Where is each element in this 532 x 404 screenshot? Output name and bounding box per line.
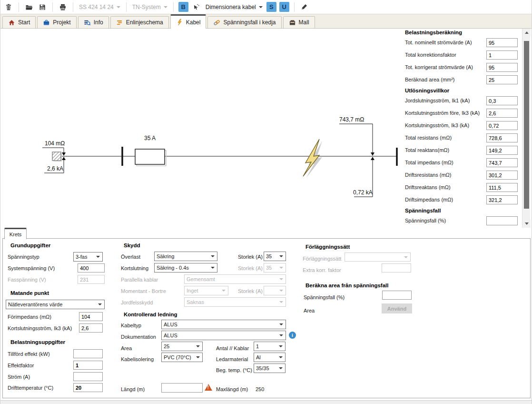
toolbar-separator bbox=[73, 2, 73, 12]
spanningsfall-procent-field[interactable] bbox=[382, 291, 412, 300]
info-icon[interactable]: i bbox=[289, 332, 296, 339]
beg-temp-select[interactable]: 35/35 bbox=[254, 364, 286, 373]
result-row: Tot. nominellt strömvärde (A) bbox=[405, 38, 518, 47]
kortslutningsstrom-ik3-field[interactable] bbox=[486, 121, 518, 130]
extra-korr-faktor-field bbox=[382, 263, 411, 273]
pencil-icon[interactable] bbox=[299, 2, 310, 12]
tot-nominellt-stromvarde-field[interactable] bbox=[486, 38, 518, 47]
effektfaktor-field[interactable] bbox=[73, 361, 103, 370]
tab-spanningsfall-i-kedja[interactable]: Spänningsfall i kedja bbox=[207, 16, 281, 28]
tab-krets[interactable]: Krets bbox=[4, 228, 27, 239]
kortslutningsstrom-ik3-field[interactable] bbox=[79, 323, 103, 333]
strom-field[interactable] bbox=[73, 372, 103, 381]
kabeltyp-select[interactable]: ALUS bbox=[161, 320, 286, 329]
scrollbar-thumb[interactable] bbox=[524, 41, 529, 209]
combo-value: 35 bbox=[266, 265, 272, 271]
standard-dropdown-label: SS 424 14 24 bbox=[79, 4, 114, 10]
drifttemperatur-field[interactable] bbox=[73, 383, 103, 392]
kortslutning-storlek-select: 35 bbox=[264, 263, 286, 273]
kortslutningsstrom-fore-ik3-field[interactable] bbox=[486, 109, 518, 118]
spanningstyp-select[interactable]: 3-fas bbox=[73, 252, 103, 262]
combo-value: Inget bbox=[187, 288, 198, 293]
field-label: Tot. korrigerat strömvärde (A) bbox=[405, 64, 473, 70]
field-label: Jordslutningsström, Ik1 (kA) bbox=[405, 98, 470, 103]
toolbar-separator bbox=[19, 2, 19, 12]
field-label: Jordfelsskydd bbox=[121, 300, 153, 305]
scroll-down-button[interactable] bbox=[522, 220, 531, 228]
tab-enlinjeschema[interactable]: Enlinjeschema bbox=[110, 16, 169, 28]
tillford-effekt-field[interactable] bbox=[73, 349, 103, 358]
tab-kabel[interactable]: Kabel bbox=[170, 14, 207, 29]
diagram-label-end-short-circuit: 0,72 kA bbox=[353, 189, 373, 196]
print-icon[interactable] bbox=[58, 2, 68, 12]
combo-value: ALUS bbox=[164, 333, 177, 338]
section-title: Utlösningsvillkor bbox=[405, 88, 518, 94]
combo-value: Gemensamt bbox=[187, 276, 215, 282]
tab-mall[interactable]: Mall bbox=[283, 16, 315, 28]
driftsreaktans-field[interactable] bbox=[486, 183, 518, 192]
chevron-down-icon bbox=[211, 255, 215, 257]
anvand-button: Använd bbox=[382, 303, 412, 313]
result-row: Driftsresistans (mΩ) bbox=[405, 171, 518, 180]
u-button[interactable]: U bbox=[279, 2, 289, 12]
field-label: Ström (A) bbox=[8, 374, 30, 380]
dokumentation-select[interactable]: ALUS bbox=[161, 331, 286, 340]
field-label: Överlast bbox=[121, 254, 140, 260]
group-title: Matande punkt bbox=[10, 290, 49, 296]
total-korrektionsfaktor-field[interactable] bbox=[486, 50, 518, 60]
trash-icon[interactable] bbox=[3, 2, 14, 12]
result-row: Total reaktans(mΩ) bbox=[405, 146, 518, 155]
combo-value: Säkring - 0.4s bbox=[157, 265, 189, 271]
field-label: Driftsresistans (mΩ) bbox=[405, 172, 451, 178]
tot-korrigerat-stromvarde-field[interactable] bbox=[486, 63, 518, 72]
total-reaktans-field[interactable] bbox=[486, 146, 518, 155]
save-icon[interactable] bbox=[37, 2, 48, 12]
field-label: Total impedans (mΩ) bbox=[405, 160, 453, 165]
system-dropdown: TN-System bbox=[131, 4, 168, 10]
total-resistans-field[interactable] bbox=[486, 133, 518, 142]
tab-start[interactable]: Start bbox=[2, 16, 36, 28]
chevron-down-icon bbox=[222, 290, 226, 292]
kabelisolering-select[interactable]: PVC (70°C) bbox=[161, 353, 203, 362]
driftsresistans-field[interactable] bbox=[486, 171, 518, 180]
forimpedans-field[interactable] bbox=[79, 312, 103, 321]
mode-dropdown[interactable]: Dimensionera kabel bbox=[205, 4, 264, 10]
scroll-up-button[interactable] bbox=[522, 29, 531, 37]
spanningsfall-procent-result-field[interactable] bbox=[486, 216, 518, 225]
vertical-scrollbar[interactable] bbox=[522, 29, 530, 228]
chevron-down-icon bbox=[98, 303, 102, 305]
area-select[interactable]: 25 bbox=[161, 342, 203, 351]
template-icon bbox=[289, 19, 296, 26]
diagram-label-source-impedance: 104 mΩ bbox=[45, 140, 65, 147]
momentant-bortre-select: Inget bbox=[184, 286, 228, 295]
mode-dropdown-label: Dimensionera kabel bbox=[206, 4, 256, 10]
result-row: Jordslutningsström, Ik1 (kA) bbox=[405, 96, 518, 105]
open-folder-icon[interactable] bbox=[24, 2, 34, 12]
jordslutningsstrom-ik1-field[interactable] bbox=[486, 96, 518, 105]
antal-kablar-select[interactable]: 1 bbox=[254, 342, 286, 351]
combo-value: PVC (70°C) bbox=[164, 354, 191, 360]
total-impedans-field[interactable] bbox=[486, 158, 518, 167]
group-title: Förläggningssätt bbox=[305, 244, 350, 250]
tab-projekt[interactable]: Projekt bbox=[37, 16, 76, 28]
field-label: Förimpedans (mΩ) bbox=[8, 314, 51, 320]
overlast-storlek-select[interactable]: 35 bbox=[264, 252, 286, 261]
group-title: Kontrollerad ledning bbox=[124, 312, 177, 317]
driftsimpedans-field[interactable] bbox=[486, 195, 518, 204]
info-search-icon bbox=[84, 19, 91, 26]
jordfelsskydd-select: Saknas bbox=[184, 297, 286, 307]
s-button[interactable]: S bbox=[266, 2, 276, 12]
b-button[interactable]: B bbox=[178, 2, 188, 12]
matande-punkt-select[interactable]: Nätleverantörens värde bbox=[6, 300, 105, 309]
kortslutning-select[interactable]: Säkring - 0.4s bbox=[154, 263, 217, 273]
field-label: Antal // Kablar bbox=[216, 345, 249, 351]
tab-label: Kabel bbox=[186, 19, 201, 26]
one-line-diagram[interactable]: 104 mΩ 2,6 kA 35 A 743,7 mΩ 0,72 kA bbox=[39, 81, 405, 200]
select-tool-icon[interactable] bbox=[191, 2, 202, 12]
ledarmaterial-select[interactable]: Al bbox=[254, 353, 286, 362]
systemspanning-field[interactable] bbox=[78, 263, 105, 273]
overlast-select[interactable]: Säkring bbox=[154, 252, 217, 261]
beraknad-area-field[interactable] bbox=[486, 75, 518, 84]
langd-field[interactable] bbox=[161, 383, 203, 393]
tab-info[interactable]: Info bbox=[78, 16, 109, 28]
